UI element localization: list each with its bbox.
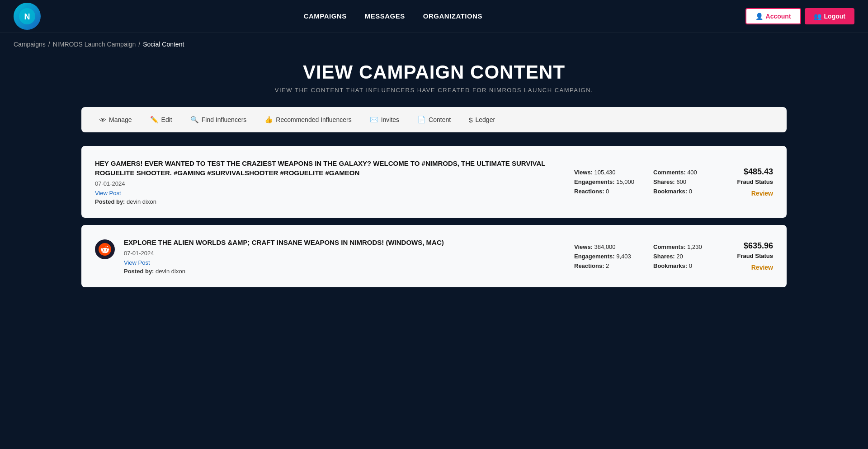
tab-ledger[interactable]: $ Ledger xyxy=(460,112,504,128)
nav-campaigns[interactable]: CAMPAIGNS xyxy=(304,12,347,20)
tab-find-influencers[interactable]: 🔍 Find Influencers xyxy=(181,111,256,128)
card-2-date: 07-01-2024 xyxy=(124,250,565,257)
tab-edit[interactable]: ✏️ Edit xyxy=(141,111,181,128)
card-2-title: EXPLORE THE ALIEN WORLDS &AMP; CRAFT INS… xyxy=(124,238,565,247)
stat-bookmarks-1: Bookmarks: 0 xyxy=(653,188,719,195)
navbar-actions: 👤 Account 👥 Logout xyxy=(745,8,854,24)
logout-button[interactable]: 👥 Logout xyxy=(805,8,854,24)
card-2-view-post[interactable]: View Post xyxy=(124,259,150,266)
edit-icon: ✏️ xyxy=(150,116,159,124)
tab-content[interactable]: 📄 Content xyxy=(408,111,460,128)
card-2-fraud-status: Fraud Status xyxy=(737,253,773,259)
stat-views-2: Views: 384,000 xyxy=(574,243,640,250)
dollar-icon: $ xyxy=(469,116,472,124)
stat-shares-2: Shares: 20 xyxy=(653,253,719,260)
tab-manage[interactable]: 👁 Manage xyxy=(90,112,141,128)
card-2-review[interactable]: Review xyxy=(751,264,773,271)
stat-engagements-2: Engagements: 9,403 xyxy=(574,253,640,260)
stat-comments-1: Comments: 400 xyxy=(653,169,719,176)
breadcrumb-sep-1: / xyxy=(48,41,50,48)
svg-text:N: N xyxy=(24,12,30,21)
card-2-stats: Views: 384,000 Comments: 1,230 Engagemen… xyxy=(574,243,719,269)
breadcrumb: Campaigns / NIMRODS Launch Campaign / So… xyxy=(0,33,868,52)
breadcrumb-sep-2: / xyxy=(138,41,140,48)
card-1-date: 07-01-2024 xyxy=(95,180,565,187)
card-1-review[interactable]: Review xyxy=(751,190,773,197)
stat-shares-1: Shares: 600 xyxy=(653,178,719,185)
breadcrumb-campaign[interactable]: NIMRODS Launch Campaign xyxy=(53,41,136,48)
card-1-amount: $485.43 xyxy=(744,167,773,177)
stat-reactions-1: Reactions: 0 xyxy=(574,188,640,195)
content-area: HEY GAMERS! EVER WANTED TO TEST THE CRAZ… xyxy=(0,141,868,299)
card-2-icon xyxy=(95,239,115,259)
stat-bookmarks-2: Bookmarks: 0 xyxy=(653,262,719,269)
tabs-container: 👁 Manage ✏️ Edit 🔍 Find Influencers 👍 Re… xyxy=(81,107,787,132)
page-subtitle: VIEW THE CONTENT THAT INFLUENCERS HAVE C… xyxy=(14,87,854,94)
account-icon: 👤 xyxy=(755,13,763,20)
card-1-right: $485.43 Fraud Status Review xyxy=(728,167,773,197)
account-button[interactable]: 👤 Account xyxy=(745,8,801,24)
navbar: N CAMPAIGNS MESSAGES ORGANIZATIONS 👤 Acc… xyxy=(0,0,868,33)
card-1-view-post[interactable]: View Post xyxy=(95,190,121,196)
stat-reactions-2: Reactions: 2 xyxy=(574,262,640,269)
stat-comments-2: Comments: 1,230 xyxy=(653,243,719,250)
logo: N xyxy=(14,3,41,30)
document-icon: 📄 xyxy=(417,116,426,124)
stat-engagements-1: Engagements: 15,000 xyxy=(574,178,640,185)
search-icon: 🔍 xyxy=(190,116,199,124)
content-card-1: HEY GAMERS! EVER WANTED TO TEST THE CRAZ… xyxy=(81,146,787,218)
content-card-2: EXPLORE THE ALIEN WORLDS &AMP; CRAFT INS… xyxy=(81,225,787,287)
logo-icon: N xyxy=(14,3,41,30)
card-1-stats: Views: 105,430 Comments: 400 Engagements… xyxy=(574,169,719,195)
envelope-icon: ✉️ xyxy=(370,116,378,124)
nav-messages[interactable]: MESSAGES xyxy=(365,12,405,20)
nav-organizations[interactable]: ORGANIZATIONS xyxy=(423,12,482,20)
card-2-right: $635.96 Fraud Status Review xyxy=(728,241,773,271)
card-2-posted-by: Posted by: devin dixon xyxy=(124,268,565,275)
tab-invites[interactable]: ✉️ Invites xyxy=(361,111,408,128)
nav-links: CAMPAIGNS MESSAGES ORGANIZATIONS xyxy=(304,12,482,20)
thumbs-up-icon: 👍 xyxy=(264,116,273,124)
breadcrumb-current: Social Content xyxy=(143,41,184,48)
page-title: VIEW CAMPAIGN CONTENT xyxy=(14,61,854,83)
logout-icon: 👥 xyxy=(814,13,821,20)
stat-views-1: Views: 105,430 xyxy=(574,169,640,176)
logout-label: Logout xyxy=(824,13,845,20)
manage-icon: 👁 xyxy=(99,116,106,124)
card-2-body: EXPLORE THE ALIEN WORLDS &AMP; CRAFT INS… xyxy=(124,238,565,275)
card-1-body: HEY GAMERS! EVER WANTED TO TEST THE CRAZ… xyxy=(95,159,565,205)
card-1-fraud-status: Fraud Status xyxy=(737,178,773,185)
page-header: VIEW CAMPAIGN CONTENT VIEW THE CONTENT T… xyxy=(0,52,868,107)
card-1-posted-by: Posted by: devin dixon xyxy=(95,198,565,205)
breadcrumb-campaigns[interactable]: Campaigns xyxy=(14,41,46,48)
card-1-title: HEY GAMERS! EVER WANTED TO TEST THE CRAZ… xyxy=(95,159,565,178)
card-2-amount: $635.96 xyxy=(744,241,773,251)
tab-recommended[interactable]: 👍 Recommended Influencers xyxy=(255,111,360,128)
account-label: Account xyxy=(766,13,791,20)
